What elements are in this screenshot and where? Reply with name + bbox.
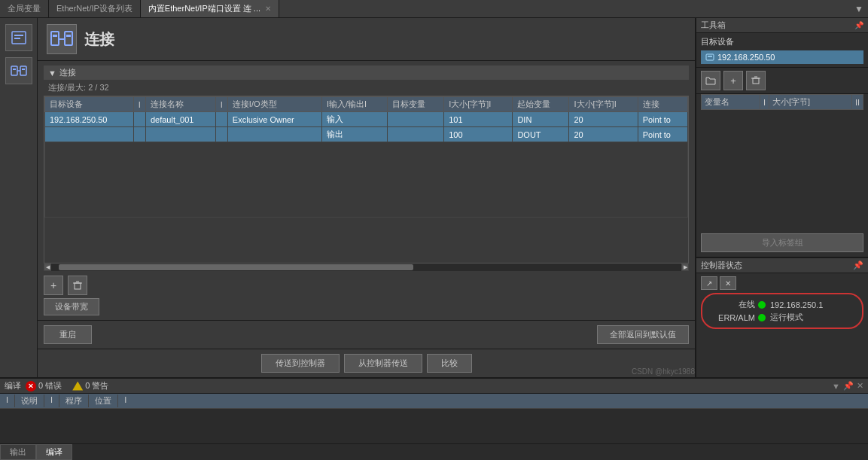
col-io: I输入/输出I (321, 97, 387, 112)
compare-button[interactable]: 比较 (427, 354, 472, 373)
col-conn-type: 连接I/O类型 (227, 97, 321, 112)
table-row[interactable]: 输出 100 DOUT 20 Point to (45, 127, 688, 142)
toolbox-folder-button[interactable] (701, 71, 720, 90)
ctrl-pin-icon[interactable]: 📌 (853, 260, 863, 270)
compile-close[interactable]: ✕ (857, 381, 863, 391)
target-device-title: 目标设备 (701, 36, 863, 47)
delete-connection-button[interactable] (68, 276, 87, 295)
compile-pin[interactable]: 📌 (843, 381, 854, 391)
svg-rect-6 (13, 69, 16, 70)
var-col-sep: I (760, 95, 769, 110)
connection-table: 目标设备 I 连接名称 I 连接I/O类型 I输入/输出I 目标变量 I大小[字… (44, 96, 688, 218)
recv-from-controller-button[interactable]: 从控制器传送 (344, 354, 422, 373)
target-device-item[interactable]: 192.168.250.50 (701, 50, 863, 64)
toolbox-pin-icon[interactable]: 📌 (854, 21, 863, 29)
svg-rect-2 (14, 38, 20, 39)
icon-bar-btn-1[interactable] (5, 24, 32, 51)
svg-rect-16 (706, 54, 714, 60)
content-header: 连接 (38, 18, 695, 61)
err-alm-status-dot (758, 314, 766, 321)
compile-title: 编译 (5, 380, 21, 391)
tab-ethernet-port-label: 内置EtherNet/IP端口设置 连 ... (148, 3, 260, 14)
controller-status-title-bar: 控制器状态 📌 (696, 258, 868, 273)
folder-icon (705, 75, 716, 86)
cell-target: 192.168.250.50 (45, 112, 134, 127)
col-size1: I大小[字节]I (444, 97, 513, 112)
variables-header-row: 变量名 I 大小[字节] II (702, 95, 863, 110)
compile-col-program: 程序 (59, 395, 89, 407)
err-alm-label: ERR/ALM (710, 313, 755, 322)
import-label-group-button[interactable]: 导入标签组 (701, 233, 863, 252)
ctrl-btn-2[interactable]: ✕ (720, 276, 736, 290)
cell-conn-type: Exclusive Owner (227, 112, 321, 127)
toolbox-add-button[interactable]: + (723, 71, 743, 90)
svg-rect-9 (65, 32, 72, 45)
cell-target2 (45, 127, 134, 142)
cell-sep2 (215, 112, 227, 127)
action-row-2: 传送到控制器 从控制器传送 比较 (38, 349, 695, 377)
error-badge: ✕ 0 错误 (26, 380, 62, 391)
compile-col-sep1: I (0, 395, 15, 407)
right-panel: 工具箱 📌 目标设备 192.168.250.50 + (695, 18, 868, 377)
controller-status-content: ↗ ✕ 在线 192.168.250.1 ERR/ALM 运行模式 (696, 273, 868, 332)
col-start-var: 起始变量 (513, 97, 569, 112)
svg-rect-7 (22, 69, 25, 70)
cell-point: Point to (638, 112, 687, 127)
tab-bar: 全局变量 EtherNet/IP设备列表 内置EtherNet/IP端口设置 连… (0, 0, 868, 18)
controller-status-section: 控制器状态 📌 ↗ ✕ 在线 192.168.250.1 ERR/ALM 运行模… (696, 257, 868, 377)
svg-rect-13 (75, 283, 81, 289)
send-to-controller-button[interactable]: 传送到控制器 (261, 354, 340, 373)
add-connection-button[interactable]: + (44, 276, 63, 295)
compile-content-area (0, 409, 868, 443)
compile-minimize[interactable]: ▼ (832, 382, 840, 391)
horizontal-scrollbar[interactable]: ◀ ▶ (44, 264, 689, 271)
tab-output[interactable]: 输出 (0, 444, 36, 460)
tab-dropdown[interactable]: ▼ (850, 4, 868, 14)
svg-rect-12 (66, 35, 71, 37)
center-content: 连接 ▼ 连接 连接/最大: 2 / 32 目标设备 I 连接名称 I 连 (38, 18, 695, 377)
header-icon (47, 24, 77, 54)
compile-panel: 编译 ✕ 0 错误 0 警告 ▼ 📌 ✕ I 说明 I 程序 位置 I 输出 编… (0, 377, 868, 460)
toolbox-delete-button[interactable] (746, 71, 766, 90)
bandwidth-button[interactable]: 设备带宽 (44, 298, 99, 315)
ctrl-btn-1[interactable]: ↗ (701, 276, 717, 290)
tab-global-vars[interactable]: 全局变量 (0, 0, 49, 17)
connection-section: ▼ 连接 连接/最大: 2 / 32 目标设备 I 连接名称 I 连接I/O类型… (38, 61, 695, 320)
tab-compile[interactable]: 编译 (36, 444, 72, 460)
online-status-dot (758, 301, 766, 309)
scroll-thumb[interactable] (59, 264, 413, 270)
reset-all-button[interactable]: 全部返回到默认值 (597, 325, 689, 344)
compile-pin-area: ▼ 📌 ✕ (832, 381, 863, 391)
compile-col-sep2: I (44, 395, 59, 407)
svg-rect-1 (14, 35, 23, 36)
tab-output-label: 输出 (10, 447, 26, 456)
cell-size1: 101 (444, 112, 513, 127)
compile-tabs: 输出 编译 (0, 443, 868, 460)
tab-close-icon[interactable]: ✕ (265, 5, 271, 13)
cell-io2: 输出 (321, 127, 387, 142)
section-header: ▼ 连接 (44, 65, 689, 80)
svg-rect-18 (753, 78, 759, 84)
section-arrow: ▼ (48, 69, 56, 78)
scroll-left-arrow[interactable]: ◀ (44, 264, 51, 271)
trash-icon (72, 280, 83, 291)
icon-bar-btn-2[interactable] (5, 57, 32, 84)
col-target-var: 目标变量 (388, 97, 444, 112)
svg-rect-4 (20, 66, 26, 75)
cell-target-var2 (388, 127, 444, 142)
table-row[interactable]: 192.168.250.50 default_001 Exclusive Own… (45, 112, 688, 127)
col-conn-name: 连接名称 (145, 97, 215, 112)
tab-ethernet-list[interactable]: EtherNet/IP设备列表 (49, 0, 141, 17)
cell-size4: 20 (569, 127, 638, 142)
cell-target-var (388, 112, 444, 127)
cell-sep (133, 112, 145, 127)
page-title: 连接 (84, 29, 114, 50)
restart-button[interactable]: 重启 (44, 325, 92, 344)
device-icon (10, 29, 28, 47)
table-header-row: 目标设备 I 连接名称 I 连接I/O类型 I输入/输出I 目标变量 I大小[字… (45, 97, 688, 112)
tab-ethernet-port[interactable]: 内置EtherNet/IP端口设置 连 ... ✕ (141, 0, 279, 17)
tab-global-vars-label: 全局变量 (8, 3, 41, 14)
scroll-right-arrow[interactable]: ▶ (681, 264, 689, 271)
online-label: 在线 (710, 299, 755, 310)
compile-table-header: I 说明 I 程序 位置 I (0, 394, 868, 409)
